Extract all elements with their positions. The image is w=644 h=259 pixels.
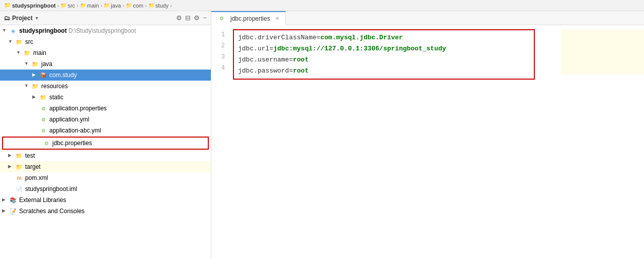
tab-label-jdbc: jdbc.properties xyxy=(230,15,270,22)
iml-icon: 📄 xyxy=(15,185,23,193)
code-value-3: root xyxy=(293,54,308,66)
tree-item-iml[interactable]: 📄 studyspringboot.iml xyxy=(0,183,211,195)
breadcrumb-sep-6: › xyxy=(170,3,172,9)
sidebar-header-title: 🗂 Project ▼ xyxy=(4,15,39,22)
arrow-src xyxy=(8,39,14,45)
breadcrumb-sep-2: › xyxy=(76,3,78,9)
arrow-pom xyxy=(8,175,14,181)
chevron-down-icon[interactable]: ▼ xyxy=(35,16,39,21)
folder-icon-main: 📁 xyxy=(23,49,31,57)
breadcrumb-folder-icon-5: 📁 xyxy=(126,3,132,8)
tree-label-java: java xyxy=(41,60,52,68)
tree-item-resources[interactable]: 📁 resources xyxy=(0,81,211,92)
tree-label-main: main xyxy=(33,49,46,56)
yellow-highlight-area xyxy=(561,29,644,75)
breadcrumb-sep-1: › xyxy=(57,3,59,9)
arrow-app-yml xyxy=(32,116,38,122)
tree-label-application-abc-yml: application-abc.yml xyxy=(49,127,101,134)
breadcrumb-folder-icon: 📁 xyxy=(4,2,11,9)
code-line-3: jdbc.username=root xyxy=(238,54,530,66)
breadcrumb-root[interactable]: studyspringboot xyxy=(12,3,56,9)
tree-item-application-abc-yml[interactable]: ⚙ application-abc.yml xyxy=(0,125,211,136)
project-icon: 🗂 xyxy=(4,15,10,22)
breadcrumb-sep-3: › xyxy=(101,3,103,9)
arrow-main xyxy=(16,50,22,56)
breadcrumb-sep-4: › xyxy=(123,3,125,9)
tree-label-pom-xml: pom.xml xyxy=(25,174,48,181)
tree-item-com-study[interactable]: 📦 com.study xyxy=(0,70,211,81)
tree-item-src[interactable]: 📁 src xyxy=(0,36,211,47)
code-line-1: jdbc.driverClassName=com.mysql.jdbc.Driv… xyxy=(238,32,530,43)
code-area[interactable]: jdbc.driverClassName=com.mysql.jdbc.Driv… xyxy=(229,29,644,255)
tab-close-icon[interactable]: ✕ xyxy=(275,16,279,21)
tree-item-jdbc-properties[interactable]: ⚙ jdbc.properties xyxy=(3,138,208,149)
arrow-ext-lib xyxy=(2,197,8,203)
sidebar-header: 🗂 Project ▼ ⊟ ⚙ − xyxy=(0,11,211,25)
folder-icon-src: 📁 xyxy=(15,38,23,46)
project-label: Project xyxy=(12,15,33,22)
line-numbers: 1 2 3 4 xyxy=(211,29,229,255)
breadcrumb-java[interactable]: java xyxy=(111,3,121,9)
tree-label-target: target xyxy=(25,163,41,170)
arrow-com-study xyxy=(32,72,38,78)
tree-item-test[interactable]: 📁 test xyxy=(0,150,211,161)
tree-label-scratches: Scratches and Consoles xyxy=(19,208,85,215)
tree-item-java[interactable]: 📁 java xyxy=(0,58,211,70)
breadcrumb-src[interactable]: src xyxy=(67,3,75,9)
tree-label-application-properties: application.properties xyxy=(49,105,107,112)
jdbc-properties-outline: ⚙ jdbc.properties xyxy=(2,137,209,150)
arrow-resources xyxy=(24,83,30,89)
split-icon[interactable]: ⊟ xyxy=(185,14,191,22)
code-key-2: jdbc.url xyxy=(238,43,269,54)
tree-item-application-yml[interactable]: ⚙ application.yml xyxy=(0,114,211,125)
tree-item-main[interactable]: 📁 main xyxy=(0,47,211,58)
breadcrumb-folder-icon-6: 📁 xyxy=(148,3,154,8)
arrow-jdbc xyxy=(35,140,41,146)
editor-tab-jdbc[interactable]: ⚙ jdbc.properties ✕ xyxy=(211,11,286,25)
tree-item-external-libraries[interactable]: 📚 External Libraries xyxy=(0,195,211,206)
tree-item-scratches[interactable]: 📝 Scratches and Consoles xyxy=(0,206,211,217)
arrow-app-abc-yml xyxy=(32,127,38,134)
sidebar: 🗂 Project ▼ ⊟ ⚙ − studyspringboot D:\Stu… xyxy=(0,11,211,259)
tree-item-target[interactable]: 📁 target xyxy=(0,161,211,172)
folder-icon-target: 📁 xyxy=(15,163,23,171)
code-value-4: root xyxy=(293,66,308,77)
code-line-2: jdbc.url=jdbc:mysql://127.0.0.1:3306/spr… xyxy=(238,43,530,54)
maven-icon-pom: m xyxy=(15,174,23,182)
tree-item-application-properties[interactable]: ⚙ application.properties xyxy=(0,103,211,114)
folder-icon-resources: 📁 xyxy=(31,82,39,90)
breadcrumb-folder-icon-2: 📁 xyxy=(60,3,66,8)
editor-content: 1 2 3 4 jdbc.driverClassName=com.mysql.j… xyxy=(211,25,644,259)
minimize-icon[interactable]: − xyxy=(203,14,207,22)
breadcrumb-folder-icon-4: 📁 xyxy=(104,3,110,8)
arrow-iml xyxy=(8,186,14,192)
tree-label-iml: studyspringboot.iml xyxy=(25,185,77,192)
breadcrumb-com[interactable]: com xyxy=(133,3,143,9)
breadcrumb-main[interactable]: main xyxy=(87,3,99,9)
gear-icon[interactable] xyxy=(176,14,182,22)
breadcrumb-folder-icon-3: 📁 xyxy=(80,3,86,8)
tree-label-test: test xyxy=(25,152,35,159)
tree-label-src: src xyxy=(25,38,33,45)
arrow-static xyxy=(32,94,38,100)
module-icon xyxy=(9,27,17,35)
editor-tabs: ⚙ jdbc.properties ✕ xyxy=(211,11,644,25)
tree-item-pom-xml[interactable]: m pom.xml xyxy=(0,172,211,183)
properties-icon-jdbc: ⚙ xyxy=(42,139,50,147)
code-key-4: jdbc.password xyxy=(238,66,289,77)
tree-label-jdbc-properties: jdbc.properties xyxy=(52,140,92,147)
scratch-icon: 📝 xyxy=(9,207,17,215)
extlib-icon: 📚 xyxy=(9,196,17,204)
tree-label-static: static xyxy=(49,94,63,101)
sidebar-header-actions: ⊟ ⚙ − xyxy=(176,14,207,22)
folder-icon-test: 📁 xyxy=(15,152,23,160)
tree-label-root: studyspringboot D:\Study\studyspringboot xyxy=(19,27,136,34)
tree-item-root[interactable]: studyspringboot D:\Study\studyspringboot xyxy=(0,25,211,36)
package-icon-com-study: 📦 xyxy=(39,71,47,79)
breadcrumb-study[interactable]: study xyxy=(155,3,169,9)
properties-icon-app: ⚙ xyxy=(39,104,47,112)
code-key-1: jdbc.driverClassName xyxy=(238,32,316,43)
settings-icon[interactable]: ⚙ xyxy=(194,14,200,22)
tree-item-static[interactable]: 📁 static xyxy=(0,92,211,103)
tree-label-external-libraries: External Libraries xyxy=(19,197,66,204)
